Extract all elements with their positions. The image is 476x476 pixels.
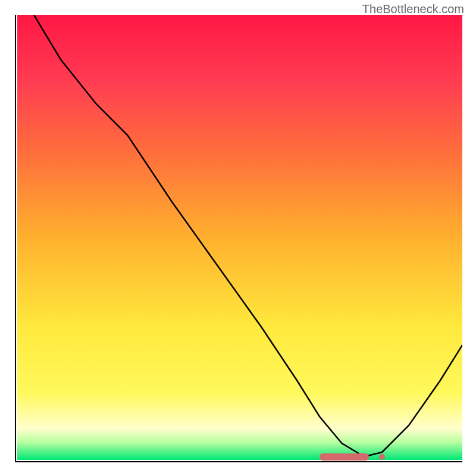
bottleneck-curve: [16, 15, 462, 461]
watermark-text: TheBottleneck.com: [362, 2, 464, 16]
chart-plot-area: [15, 15, 462, 462]
optimal-point-marker: [379, 454, 385, 460]
optimal-range-marker: [320, 453, 369, 461]
